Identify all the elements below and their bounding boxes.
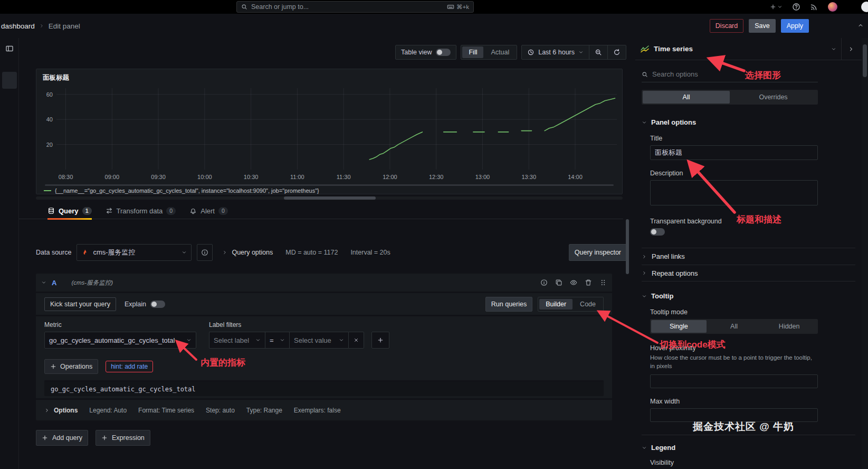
table-view-label: Table view: [401, 49, 432, 56]
refresh-button[interactable]: [607, 45, 626, 59]
time-range-picker[interactable]: Last 6 hours: [522, 45, 589, 59]
duplicate-query-icon[interactable]: [555, 279, 562, 286]
operations-button[interactable]: Operations: [44, 359, 98, 374]
tab-transform[interactable]: Transform data 0: [106, 203, 176, 219]
code-option[interactable]: Code: [574, 299, 602, 309]
news-icon[interactable]: [810, 3, 818, 11]
panel-links-section[interactable]: Panel links: [642, 248, 855, 265]
horizontal-scrollbar[interactable]: [36, 196, 623, 200]
chevron-down-icon: [182, 250, 187, 255]
scrollbar-thumb[interactable]: [626, 219, 629, 274]
search-options-input[interactable]: Search options: [642, 67, 818, 82]
apply-button[interactable]: Apply: [781, 19, 809, 33]
chevron-down-icon: [255, 337, 261, 343]
user-avatar[interactable]: [828, 2, 837, 12]
query-inspector-button[interactable]: Query inspector: [569, 244, 627, 261]
table-view-toggle[interactable]: [436, 49, 451, 56]
discard-button[interactable]: Discard: [710, 19, 743, 33]
explain-toggle[interactable]: [150, 301, 165, 308]
header-actions: Discard Save Apply: [710, 19, 860, 33]
chevron-down-icon: [578, 50, 584, 55]
description-input[interactable]: [650, 180, 818, 205]
query-options-label: Query options: [232, 249, 273, 256]
query-header[interactable]: A (cms-服务监控): [36, 274, 612, 292]
operator-dropdown[interactable]: =: [265, 332, 289, 349]
zoom-out-button[interactable]: [589, 45, 607, 59]
chart-legend[interactable]: {__name__="go_gc_cycles_automatic_gc_cyc…: [44, 187, 319, 194]
tab-all[interactable]: All: [643, 91, 730, 104]
time-range-label: Last 6 hours: [538, 49, 575, 56]
remove-filter-button[interactable]: [348, 332, 364, 349]
svg-text:40: 40: [46, 116, 53, 123]
collapse-header-icon[interactable]: [857, 22, 864, 29]
annotation-switch-code: 切换到code模式: [660, 339, 726, 351]
metric-select[interactable]: go_gc_cycles_automatic_gc_cycles_total: [44, 332, 196, 349]
datasource-picker[interactable]: cms-服务监控: [77, 244, 192, 261]
query-options-toggle[interactable]: Query options: [222, 249, 273, 256]
viz-type-label: Time series: [654, 45, 693, 53]
datasource-row: Data source cms-服务监控 Query options MD = …: [36, 244, 627, 261]
metric-field: Metric go_gc_cycles_automatic_gc_cycles_…: [44, 321, 196, 349]
global-search-input[interactable]: Search or jump to... ⌘+k: [236, 1, 474, 13]
run-queries-button[interactable]: Run queries: [485, 297, 532, 312]
hide-query-icon[interactable]: [570, 279, 577, 286]
label-filter-group: Select label = Select value: [209, 332, 364, 349]
rail-highlight[interactable]: [2, 72, 17, 89]
viz-picker[interactable]: Time series: [635, 38, 862, 60]
save-button[interactable]: Save: [749, 19, 776, 33]
repeat-options-section[interactable]: Repeat options: [642, 265, 855, 282]
svg-text:09:30: 09:30: [151, 174, 166, 180]
transparent-bg-toggle[interactable]: [650, 228, 665, 236]
scrollbar-thumb[interactable]: [863, 44, 867, 77]
legend-scrollbar[interactable]: [45, 184, 614, 186]
delete-query-icon[interactable]: [585, 279, 592, 286]
select-value-dropdown[interactable]: Select value: [289, 332, 348, 349]
scrollbar-thumb[interactable]: [284, 196, 376, 200]
tab-alert[interactable]: Alert 0: [189, 203, 228, 219]
pane-scrollbar[interactable]: [862, 38, 868, 469]
title-input[interactable]: [650, 145, 818, 160]
hover-proximity-input[interactable]: [650, 374, 818, 388]
svg-text:08:30: 08:30: [59, 174, 73, 180]
builder-option[interactable]: Builder: [539, 299, 573, 309]
svg-text:10:00: 10:00: [197, 174, 212, 180]
tab-overrides[interactable]: Overrides: [730, 91, 817, 104]
svg-text:12:00: 12:00: [383, 174, 397, 180]
expression-button[interactable]: Expression: [96, 430, 150, 446]
sidebar-toggle-icon[interactable]: [5, 44, 14, 53]
legend-section-header[interactable]: Legend: [642, 444, 855, 452]
add-filter-button[interactable]: [371, 332, 389, 349]
builder-code-segmented: Builder Code: [538, 297, 604, 312]
breadcrumb-edit-panel: Edit panel: [49, 22, 80, 30]
panel-options-header[interactable]: Panel options: [642, 118, 855, 126]
tooltip-mode-segmented: Single All Hidden: [650, 319, 818, 334]
options-toggle[interactable]: Options: [44, 407, 78, 414]
option-step: Step: auto: [206, 407, 235, 414]
timeseries-chart: 20406008:3009:0009:3010:0010:3011:0011:3…: [39, 84, 621, 183]
mode-hidden[interactable]: Hidden: [761, 320, 817, 333]
breadcrumb-dashboard[interactable]: dashboard: [1, 22, 35, 30]
repeat-options-label: Repeat options: [652, 269, 698, 277]
fill-option[interactable]: Fill: [462, 46, 483, 58]
kick-start-button[interactable]: Kick start your query: [44, 297, 116, 311]
mode-all[interactable]: All: [707, 320, 762, 333]
help-icon[interactable]: [792, 3, 800, 11]
pane-collapse-button[interactable]: [841, 38, 856, 60]
datasource-name: cms-服务监控: [93, 248, 135, 257]
select-label-dropdown[interactable]: Select label: [209, 332, 265, 349]
hint-add-rate-button[interactable]: hint: add rate: [106, 361, 153, 372]
mode-single[interactable]: Single: [651, 320, 707, 333]
actual-option[interactable]: Actual: [484, 46, 516, 58]
new-menu-button[interactable]: [770, 4, 783, 10]
prometheus-icon: [81, 249, 89, 256]
query-help-icon[interactable]: [540, 279, 548, 286]
tab-query[interactable]: Query 1: [47, 203, 92, 219]
main-scrollbar[interactable]: [626, 38, 629, 469]
datasource-info-button[interactable]: [197, 244, 213, 261]
query-editor-card: A (cms-服务监控) Kick start your query Expla…: [36, 274, 612, 420]
corner-avatar[interactable]: [861, 2, 868, 12]
add-query-button[interactable]: Add query: [36, 430, 88, 446]
drag-handle-icon[interactable]: [599, 279, 607, 286]
svg-text:12:30: 12:30: [429, 174, 444, 180]
tooltip-section-header[interactable]: Tooltip: [642, 292, 855, 300]
